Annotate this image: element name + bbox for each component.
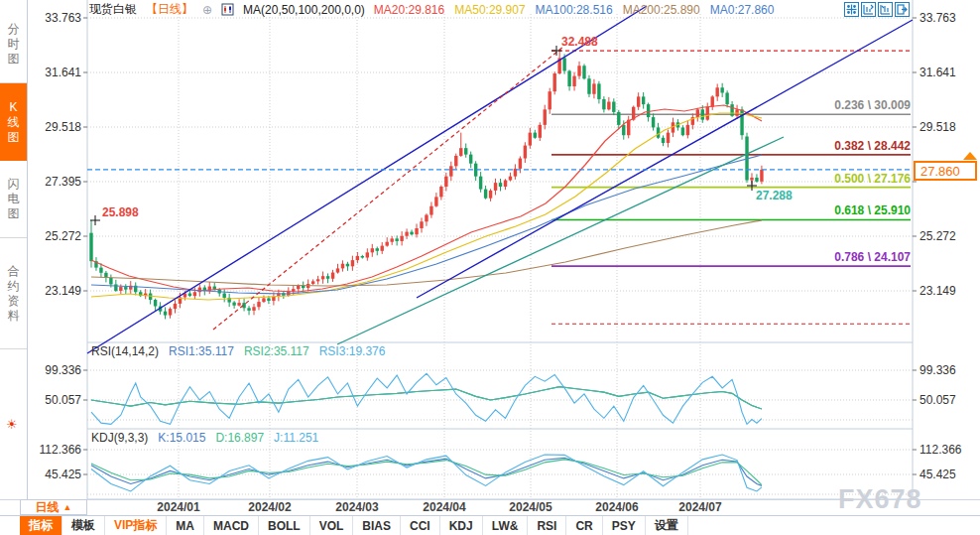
- toolbar-button-MA[interactable]: MA: [167, 516, 204, 535]
- price-axis-label: 33.763: [919, 11, 956, 25]
- price-axis-label: 23.149: [45, 284, 81, 298]
- price-axis-label: 25.272: [45, 229, 81, 243]
- period-selector[interactable]: 日线 ▲: [20, 499, 87, 515]
- toolbar-button-LW&[interactable]: LW&: [483, 516, 529, 535]
- kdj-legend: K:15.015D:16.897J:11.251: [158, 431, 318, 445]
- x-axis-month-label: 2024/04: [423, 500, 465, 514]
- fib-level-label: 0.786 \ 24.107: [834, 250, 911, 264]
- toolbar-button-MACD[interactable]: MACD: [204, 516, 259, 535]
- kdj-axis-label: 112.366: [40, 443, 82, 457]
- price-axis-label: 25.272: [919, 229, 956, 243]
- app-window: ☀ 分时图K线图闪电图合约资料 33.76331.64129.51827.395…: [0, 0, 980, 535]
- last-price-tag: 27.860: [914, 161, 977, 181]
- x-axis-month-label: 2024/03: [335, 500, 378, 514]
- right-axis-labels: 33.76331.64129.51825.27223.14999.33650.0…: [917, 0, 980, 514]
- triangle-up-icon: ▲: [63, 502, 72, 512]
- price-annotation: 27.288: [756, 189, 793, 202]
- kdj-axis-label: 112.366: [919, 443, 962, 457]
- toolbar-button-设置[interactable]: 设置: [646, 516, 688, 535]
- ma-legend: MA20:29.816MA50:29.907MA100:28.516MA200:…: [374, 3, 775, 17]
- price-annotation: 25.898: [102, 205, 139, 219]
- rsi-title: RSI(14,14,2): [91, 344, 159, 358]
- legend-value: D:16.897: [215, 431, 264, 445]
- last-price-value: 27.860: [920, 164, 960, 179]
- legend-value: MA50:29.907: [454, 3, 525, 17]
- kdj-title: KDJ(9,3,3): [91, 431, 148, 445]
- price-axis-label: 29.518: [919, 120, 956, 134]
- legend-value: RSI1:35.117: [169, 344, 234, 358]
- price-axis-label: 29.518: [45, 120, 81, 134]
- price-annotation: 32.488: [561, 35, 598, 49]
- toolbar-button-指标[interactable]: 指标: [20, 516, 62, 535]
- toolbar-button-KDJ[interactable]: KDJ: [440, 516, 483, 535]
- exit-chart-icon[interactable]: [895, 2, 910, 17]
- price-axis-label: 33.763: [45, 11, 81, 25]
- attach-icon[interactable]: ⊕: [202, 3, 212, 17]
- legend-value: K:15.015: [158, 431, 205, 445]
- zoom-x-axis-icon[interactable]: [878, 2, 893, 17]
- zoom-y-axis-icon[interactable]: [861, 2, 876, 17]
- price-axis-label: 27.395: [45, 175, 81, 189]
- legend-value: MA20:29.816: [374, 3, 444, 17]
- fib-level-label: 0.618 \ 25.910: [834, 203, 911, 217]
- axis-row-divider: [0, 499, 980, 500]
- legend-value: RSI2:35.117: [244, 344, 309, 358]
- toolbar-button-CR[interactable]: CR: [566, 516, 602, 535]
- rsi-axis-label: 50.057: [45, 393, 81, 407]
- legend-value: MA0:27.860: [710, 3, 775, 17]
- fib-level-label: 0.382 \ 28.442: [834, 139, 911, 153]
- toolbar-button-VIP指标[interactable]: VIP指标: [105, 516, 167, 535]
- fx678-watermark: FX678: [838, 484, 922, 515]
- kline-icon: [221, 3, 234, 16]
- x-axis-month-label: 2024/06: [595, 500, 638, 514]
- fib-level-label: 0.500 \ 27.176: [834, 172, 911, 186]
- kdj-panel-header: KDJ(9,3,3) K:15.015D:16.897J:11.251: [91, 431, 318, 445]
- rsi-panel-header: RSI(14,14,2) RSI1:35.117RSI2:35.117RSI3:…: [91, 344, 385, 358]
- legend-value: J:11.251: [274, 431, 318, 445]
- pan-crosshair-icon[interactable]: [844, 2, 859, 17]
- legend-value: MA100:28.516: [536, 3, 613, 17]
- price-axis-label: 31.641: [919, 66, 956, 79]
- left-axis-labels: 33.76331.64129.51827.39525.27223.14999.3…: [0, 0, 85, 514]
- toolbar-button-BIAS[interactable]: BIAS: [353, 516, 401, 535]
- chart-header: 现货白银 【日线】 ⊕ MA(20,50,100,200,0,0) MA20:2…: [89, 2, 774, 17]
- indicator-toolbar: 指标模板VIP指标MAMACDBOLLVOLBIASCCIKDJLW&RSICR…: [0, 515, 980, 535]
- candles-group: [89, 51, 763, 319]
- ma-params-label: MA(20,50,100,200,0,0): [243, 3, 365, 17]
- rsi-axis-label: 99.336: [919, 363, 956, 377]
- x-axis-month-label: 2024/07: [678, 500, 721, 514]
- fib-level-label: 0.236 \ 30.009: [834, 98, 911, 112]
- toolbar-button-CCI[interactable]: CCI: [401, 516, 440, 535]
- x-axis-month-label: 2024/01: [157, 500, 199, 514]
- x-axis-month-label: 2024/05: [509, 500, 551, 514]
- rsi-legend: RSI1:35.117RSI2:35.117RSI3:19.376: [169, 344, 385, 358]
- toolbar-button-RSI[interactable]: RSI: [528, 516, 566, 535]
- kdj-axis-label: 45.425: [45, 468, 81, 481]
- d-line: [91, 460, 762, 485]
- ma50-line: [91, 113, 762, 300]
- rsi-axis-label: 50.057: [919, 393, 956, 407]
- j-line: [91, 455, 762, 491]
- toolbar-button-模板[interactable]: 模板: [62, 516, 105, 535]
- toolbar-button-BOLL[interactable]: BOLL: [259, 516, 310, 535]
- x-axis-month-label: 2024/02: [248, 500, 291, 514]
- period-selector-label: 日线: [36, 499, 60, 516]
- period-label[interactable]: 【日线】: [146, 1, 193, 18]
- rsi-axis-label: 99.336: [45, 363, 81, 377]
- k-line: [91, 458, 762, 485]
- rsi3-line: [91, 373, 762, 424]
- price-axis-label: 23.149: [919, 284, 956, 298]
- ma20-line: [91, 105, 762, 292]
- toolbar-button-PSY[interactable]: PSY: [603, 516, 646, 535]
- price-axis-label: 31.641: [45, 66, 81, 79]
- legend-value: MA200:25.890: [623, 3, 700, 17]
- price-up-arrow-icon: [963, 152, 977, 160]
- chart-window-icons: [844, 2, 910, 17]
- legend-value: RSI3:19.376: [319, 344, 386, 358]
- symbol-name: 现货白银: [89, 1, 137, 18]
- kdj-axis-label: 45.425: [919, 468, 956, 481]
- toolbar-button-VOL[interactable]: VOL: [310, 516, 354, 535]
